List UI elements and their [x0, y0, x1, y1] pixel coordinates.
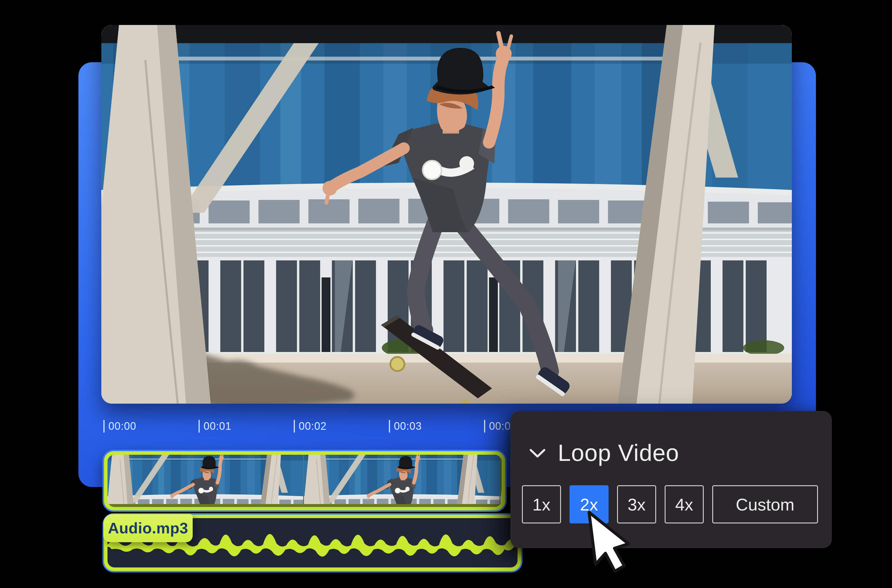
timeline-tick: 00:00	[104, 420, 136, 433]
tick-mark	[198, 420, 200, 433]
video-thumbnail	[500, 455, 502, 507]
editor-stage: 00:00 00:01 00:02 00:03 00:04	[0, 0, 892, 588]
timeline-tick: 00:02	[294, 420, 327, 433]
tick-mark	[104, 420, 105, 433]
tick-label: 00:02	[299, 420, 327, 432]
tick-label: 00:00	[108, 420, 136, 432]
loop-option-1x[interactable]: 1x	[522, 485, 561, 524]
video-thumbnail-strip	[108, 455, 502, 507]
loop-options-row: 1x 2x 3x 4x Custom	[522, 485, 818, 524]
video-thumbnail	[108, 455, 303, 507]
timeline-tick: 00:01	[198, 420, 231, 433]
loop-option-4x[interactable]: 4x	[665, 485, 704, 524]
tick-mark	[294, 420, 295, 433]
skateboarder-frame	[101, 25, 792, 404]
loop-video-panel: Loop Video 1x 2x 3x 4x Custom	[511, 411, 832, 548]
tick-mark	[389, 420, 390, 433]
tick-label: 00:03	[394, 420, 422, 432]
loop-option-custom[interactable]: Custom	[712, 485, 818, 524]
loop-panel-header[interactable]: Loop Video	[529, 440, 679, 466]
tick-label: 00:01	[204, 420, 231, 432]
mouse-pointer-icon	[583, 510, 632, 580]
loop-panel-title: Loop Video	[558, 440, 679, 466]
video-thumbnail	[304, 455, 500, 507]
tick-mark	[484, 420, 485, 433]
audio-clip-label: Audio.mp3	[104, 514, 193, 542]
chevron-down-icon	[529, 448, 546, 458]
video-preview	[101, 25, 792, 404]
timeline-tick: 00:03	[389, 420, 422, 433]
audio-track-clip[interactable]: Audio.mp3	[102, 513, 523, 573]
video-track-clip[interactable]	[102, 450, 507, 512]
